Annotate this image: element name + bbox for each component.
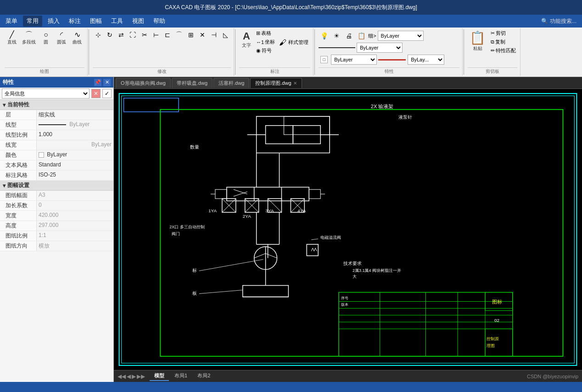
dimension-label: 标注 [239,67,310,75]
cut-button[interactable]: ✂ 剪切 [489,29,517,37]
tab-piston-label: 活塞杆.dwg [218,80,244,87]
props-close-button[interactable]: ✕ [103,79,111,86]
menu-item-caidan[interactable]: 菜单 [2,16,21,27]
prop-value-linewidth[interactable]: ByLayer [37,140,113,150]
light-bulb-icon[interactable]: 💡 [319,30,330,41]
paste-button[interactable]: 📋 粘贴 [468,29,487,53]
props-filter-combo[interactable]: 全局信息 [2,88,90,99]
menu-item-gongju[interactable]: 工具 [107,16,127,27]
copy-label: 复制 [495,39,505,45]
menu-item-shitu[interactable]: 视图 [129,16,148,27]
rotate-button[interactable]: ↻ [104,29,115,40]
prop-value-linetype[interactable]: ByLayer [37,120,113,130]
break-button[interactable]: ⊣ [208,29,219,40]
prop-name-extfactor: 加长系数 [0,201,37,210]
tab-layout1[interactable]: 布局1 [170,371,192,381]
props-pin-button[interactable]: 📌 [94,79,101,86]
bottom-bar: ◀◀ ◀ ▶ ▶▶ 模型 布局1 布局2 CSDN @biyezuopinvip [114,370,582,382]
polyline-button[interactable]: ⌒ 多段线 [20,29,38,46]
prop-value-ltscale[interactable]: 1.000 [37,130,113,140]
tab-layout2[interactable]: 布局2 [193,371,215,381]
copy-button[interactable]: ⧉ 复制 [489,38,517,46]
nav-fwd-icon[interactable]: ▶ [132,373,136,380]
print-icon[interactable]: 🖨 [343,30,354,41]
menu-item-tufu[interactable]: 图幅 [86,16,106,27]
drawing-svg: 图标 02 控制原 理图 序号 版本 2X 输液架 液泵针 数量 [114,89,582,370]
drawing-viewport[interactable]: 图标 02 控制原 理图 序号 版本 2X 输液架 液泵针 数量 [114,89,582,370]
symbol-label: 符号 [262,47,272,54]
symbol-button[interactable]: ◉ 符号 [255,47,276,55]
line-button[interactable]: ╱ 直线 [5,29,19,46]
menu-item-bangzhu[interactable]: 帮助 [150,16,169,27]
prop-value-orientation[interactable]: 横放 [37,241,113,251]
prop-row-extfactor: 加长系数 0 [0,201,113,211]
prop-value-textstyle[interactable]: Standard [37,160,113,170]
svg-line-33 [254,254,266,258]
props-controls: 📌 ✕ [94,79,111,86]
prop-value-scale[interactable]: 1:1 [37,231,113,241]
nav-back-icon[interactable]: ◀ [127,373,131,380]
table-button[interactable]: ⊞ 表格 [255,29,276,37]
color-combo[interactable]: ByLay... [408,55,444,65]
move-button[interactable]: ⊹ [93,29,104,40]
curve-icon: ∿ [74,30,80,39]
tab-piston[interactable]: 活塞杆.dwg [213,78,249,88]
arc-button[interactable]: ◜ 圆弧 [54,29,69,46]
nav-next-icon[interactable]: ▶▶ [137,373,145,380]
trim-button[interactable]: ✂ [139,29,150,40]
prop-value-height[interactable]: 297.000 [37,221,113,231]
array-button[interactable]: ⊞ [185,29,196,40]
svg-line-72 [311,239,318,240]
props-group-current[interactable]: ▾ 当前特性 [0,100,113,110]
props-group-current-label: 当前特性 [7,101,29,109]
circle-button[interactable]: ○ 圆 [39,29,53,46]
menu-item-biaozhu[interactable]: 标注 [65,16,84,27]
style-manage-button[interactable]: 🖌 样式管理 [277,38,310,48]
text-button[interactable]: A 文字 [239,29,254,50]
chamfer-button[interactable]: ◺ [220,29,231,40]
coord-button[interactable]: ↔1 坐标 [255,38,276,46]
offset-button[interactable]: ⊏ [162,29,173,40]
linewidth-combo[interactable]: ByLayer [331,55,377,65]
layer-combo[interactable]: ByLayer [378,31,424,41]
menu-item-changyong[interactable]: 常用 [23,16,42,27]
tab-control[interactable]: 控制原理图.dwg ✕ [250,78,302,88]
props-group-pagesetup[interactable]: ▾ 图幅设置 [0,181,113,191]
prop-value-papersize[interactable]: A3 [37,191,113,200]
canvas-area: O形电磁换向阀.dwg 带杆吸盘.dwg 活塞杆.dwg 控制原理图.dwg ✕ [114,77,582,382]
sun-icon[interactable]: ☀ [331,30,342,41]
props-panel-title: 特性 [3,78,14,86]
prop-value-width[interactable]: 420.000 [37,211,113,221]
prop-value-layer[interactable]: 细实线 [37,110,113,120]
nav-prev-icon[interactable]: ◀◀ [118,373,126,380]
tab-control-close[interactable]: ✕ [293,81,297,86]
fillet-button[interactable]: ⌒ [173,29,185,40]
tab-sucker[interactable]: 带杆吸盘.dwg [172,78,213,88]
extend-button[interactable]: ⊢ [151,29,162,40]
curve-button[interactable]: ∿ 曲线 [70,29,84,46]
match-button[interactable]: ✏ 特性匹配 [489,47,517,55]
svg-line-25 [234,192,247,196]
status-bar [0,382,582,392]
tab-oform[interactable]: O形电磁换向阀.dwg [116,78,171,88]
ribbon-group-properties: 💡 ☀ 🖨 📋 细> ByLayer ByLayer [316,28,463,76]
prop-value-extfactor[interactable]: 0 [37,201,113,210]
props-filter-apply[interactable]: ✓ [102,89,112,98]
color-swatch[interactable]: □ [319,54,330,65]
props-filter-clear[interactable]: ✕ [91,89,101,98]
tab-sucker-label: 带杆吸盘.dwg [177,80,207,87]
layers-icon[interactable]: 📋 [356,30,367,41]
delete-button[interactable]: ✕ [197,29,208,40]
tab-model[interactable]: 模型 [150,371,169,381]
linetype-combo[interactable]: ByLayer [357,43,403,53]
prop-value-color[interactable]: ByLayer [37,150,113,160]
mirror-button[interactable]: ⇄ [116,29,127,40]
ribbon-group-clipboard: 📋 粘贴 ✂ 剪切 ⧉ 复制 ✏ [465,28,520,76]
svg-text:2属3.1属4 阀块树脂注一并: 2属3.1属4 阀块树脂注一并 [353,268,401,273]
content-area: 特性 📌 ✕ 全局信息 ✕ ✓ ▾ 当前特性 [0,77,582,382]
search-label: 功能搜索... [550,17,576,25]
scale-button[interactable]: ⛶ [127,29,138,40]
prop-row-color: 颜色 ByLayer [0,150,113,160]
prop-value-dimstyle[interactable]: ISO-25 [37,171,113,180]
menu-item-charu[interactable]: 插入 [44,16,63,27]
